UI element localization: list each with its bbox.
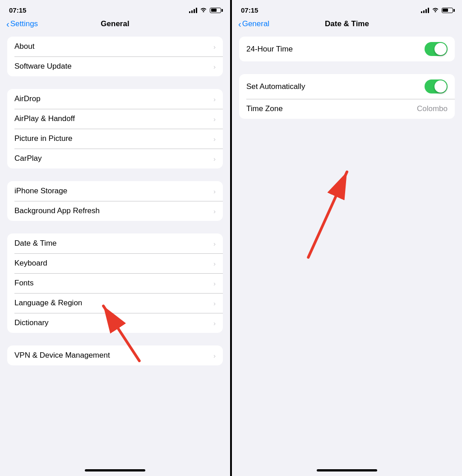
settings-item-set-automatically[interactable]: Set Automatically	[239, 74, 455, 99]
right-phone: 07:15 ‹ General	[232, 0, 462, 476]
airdrop-label: AirDrop	[14, 94, 41, 103]
battery-icon	[210, 8, 221, 13]
language-region-label: Language & Region	[14, 299, 82, 308]
chevron-icon: ›	[213, 299, 216, 307]
status-bar-right: 07:15	[232, 0, 462, 18]
settings-item-about[interactable]: About ›	[7, 37, 223, 56]
set-automatically-toggle[interactable]	[425, 79, 448, 93]
chevron-icon: ›	[213, 352, 216, 359]
background-app-refresh-label: Background App Refresh	[14, 206, 100, 215]
chevron-icon: ›	[213, 43, 216, 51]
chevron-icon: ›	[213, 63, 216, 70]
settings-content-right: 24-Hour Time Set Automatically Time Zone…	[232, 33, 462, 466]
software-update-label: Software Update	[14, 62, 72, 71]
page-title-right: Date & Time	[325, 19, 369, 28]
page-title-left: General	[101, 19, 129, 28]
set-automatically-label: Set Automatically	[246, 82, 305, 91]
settings-item-time-zone[interactable]: Time Zone Colombo	[239, 99, 455, 119]
status-icons-right	[421, 7, 453, 14]
settings-item-language-region[interactable]: Language & Region ›	[7, 293, 223, 313]
picture-in-picture-label: Picture in Picture	[14, 134, 73, 143]
status-time-left: 07:15	[9, 6, 26, 14]
back-chevron-icon-right: ‹	[238, 19, 241, 29]
chevron-icon: ›	[213, 319, 216, 327]
hour-time-toggle[interactable]	[425, 42, 448, 56]
chevron-icon: ›	[213, 95, 216, 103]
status-bar-left: 07:15	[0, 0, 230, 18]
settings-item-airplay-handoff[interactable]: AirPlay & Handoff ›	[7, 109, 223, 129]
settings-group-2: AirDrop › AirPlay & Handoff › Picture in…	[7, 89, 223, 168]
settings-item-date-time[interactable]: Date & Time ›	[7, 233, 223, 253]
hour-time-label: 24-Hour Time	[246, 45, 293, 54]
nav-bar-right: ‹ General Date & Time	[232, 18, 462, 33]
chevron-icon: ›	[213, 187, 216, 195]
settings-item-background-app-refresh[interactable]: Background App Refresh ›	[7, 201, 223, 221]
chevron-icon: ›	[213, 115, 216, 123]
status-icons-left	[189, 7, 221, 14]
settings-group-1: About › Software Update ›	[7, 37, 223, 76]
settings-content-left: About › Software Update › AirDrop ›	[0, 33, 230, 466]
time-zone-value: Colombo	[417, 104, 448, 113]
settings-item-carplay[interactable]: CarPlay ›	[7, 149, 223, 168]
battery-icon-right	[442, 8, 453, 13]
datetime-group-1: 24-Hour Time	[239, 37, 455, 61]
settings-item-fonts[interactable]: Fonts ›	[7, 273, 223, 293]
status-time-right: 07:15	[241, 6, 258, 14]
settings-item-iphone-storage[interactable]: iPhone Storage ›	[7, 181, 223, 201]
time-zone-label: Time Zone	[246, 104, 283, 113]
settings-group-3: iPhone Storage › Background App Refresh …	[7, 181, 223, 221]
toggle-knob-2	[434, 80, 447, 93]
wifi-icon-right	[432, 7, 439, 14]
wifi-icon	[200, 7, 207, 14]
dictionary-label: Dictionary	[14, 318, 49, 327]
toggle-knob	[434, 43, 447, 55]
chevron-icon: ›	[213, 135, 216, 143]
home-indicator-right	[317, 469, 377, 471]
date-time-label: Date & Time	[14, 239, 57, 248]
datetime-group-2: Set Automatically Time Zone Colombo	[239, 74, 455, 119]
settings-group-4: Date & Time › Keyboard › Fonts › Languag…	[7, 233, 223, 333]
chevron-icon: ›	[213, 280, 216, 287]
settings-item-software-update[interactable]: Software Update ›	[7, 56, 223, 76]
settings-item-vpn[interactable]: VPN & Device Management ›	[7, 345, 223, 365]
chevron-icon: ›	[213, 207, 216, 215]
vpn-label: VPN & Device Management	[14, 351, 110, 360]
chevron-icon: ›	[213, 155, 216, 163]
chevron-icon: ›	[213, 240, 216, 247]
keyboard-label: Keyboard	[14, 259, 47, 268]
signal-icon-right	[421, 8, 429, 13]
chevron-icon: ›	[213, 260, 216, 267]
iphone-storage-label: iPhone Storage	[14, 187, 67, 196]
fonts-label: Fonts	[14, 279, 34, 288]
back-chevron-icon: ‹	[6, 19, 9, 29]
back-label-left: Settings	[10, 19, 38, 28]
signal-icon	[189, 8, 197, 13]
left-phone: 07:15 ‹ Settings	[0, 0, 230, 476]
airplay-handoff-label: AirPlay & Handoff	[14, 114, 75, 123]
home-indicator-left	[85, 469, 145, 471]
settings-item-keyboard[interactable]: Keyboard ›	[7, 253, 223, 273]
settings-item-picture-in-picture[interactable]: Picture in Picture ›	[7, 129, 223, 149]
carplay-label: CarPlay	[14, 154, 42, 163]
settings-item-airdrop[interactable]: AirDrop ›	[7, 89, 223, 109]
settings-item-dictionary[interactable]: Dictionary ›	[7, 313, 223, 333]
about-label: About	[14, 42, 34, 51]
back-button-left[interactable]: ‹ Settings	[6, 19, 38, 29]
back-label-right: General	[242, 19, 269, 28]
settings-item-24hour[interactable]: 24-Hour Time	[239, 37, 455, 61]
back-button-right[interactable]: ‹ General	[238, 19, 269, 29]
settings-group-5: VPN & Device Management ›	[7, 345, 223, 365]
nav-bar-left: ‹ Settings General	[0, 18, 230, 33]
